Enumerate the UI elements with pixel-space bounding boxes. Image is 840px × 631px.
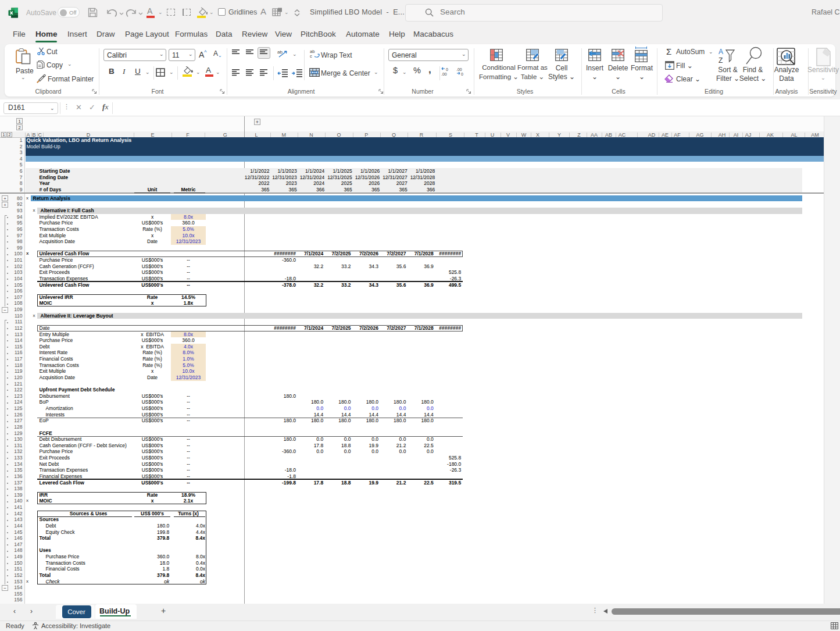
svg-text:0: 0 bbox=[461, 72, 463, 76]
svg-text:.00: .00 bbox=[456, 67, 462, 72]
svg-text:Z: Z bbox=[719, 56, 723, 65]
svg-text:A: A bbox=[719, 48, 723, 56]
svg-text:ab: ab bbox=[277, 49, 283, 55]
svg-text:0: 0 bbox=[446, 67, 448, 72]
svg-text:.00: .00 bbox=[441, 72, 447, 76]
svg-text:c: c bbox=[310, 54, 312, 59]
